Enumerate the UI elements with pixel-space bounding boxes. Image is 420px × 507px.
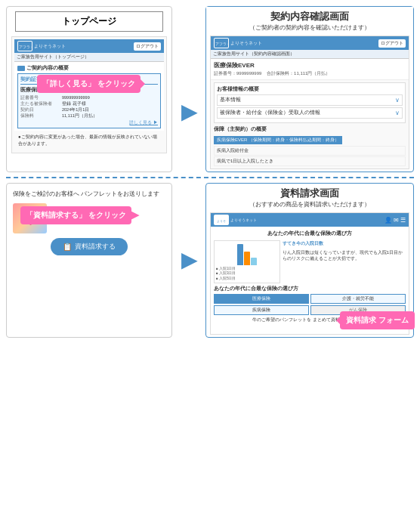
coverage-item-1: 疾病入院給付金 [214,146,406,156]
product-grid-label: あなたの年代に合最な保険の選び方 [214,286,406,292]
contract-info-box: 医療保険EVER 証券番号：9999999999 合計保険料：11,111円（月… [211,59,409,80]
top-left-screen: アフラック よりそうネット ログアウト ご家族告用サイト（トップページ） ご契約… [11,36,167,153]
chevron-insured: ∨ [395,110,400,116]
balloon-detail: 「詳しく見る」 をクリック [37,75,141,93]
bottom-right-title: 資料請求画面 （おすすめの商品を資料請求いただけます） [206,184,413,210]
logo-text-right: よりそうネット [230,40,262,47]
bar-2 [244,252,250,265]
chevron-basic: ∨ [395,97,400,104]
top-right-screen: アフラック よりそうネット ログアウト ご家族告用サイト（契約内容確認画面） 医… [210,36,409,169]
detail-link[interactable]: 詳しく見る ▶ [20,120,158,125]
bar-chart: ■ 入院1日目 ■ 入院3日目 ■ 入院5日目 [214,240,280,283]
request-btn-label: 資料請求する [75,242,116,252]
arrow-1: ▶ [178,51,199,172]
material-request-title: 資料請求画面 [212,187,407,200]
contract-row-1: 主たる被保険者 登録 花子様 [20,101,158,107]
arrow-2: ▶ [178,183,199,338]
header-icons: 👤 ✉ ☰ [384,217,406,224]
svg-text:アフラック: アフラック [19,45,32,49]
product-cell-0[interactable]: 医療保険 [214,294,309,304]
contract-row-3: 保険料 11,111円（月払） [20,113,158,119]
insurance-advice: りん入院日数は短くなっていますが、現代でも入院1日目からのリスクに備えることが大… [283,249,406,262]
top-left-panel: トップページ アフラック よりそうネット ログアウト ご家族告用サ [6,6,172,172]
customer-section-title: お客様情報の概要 [217,85,403,93]
bottom-right-panel: 資料請求画面 （おすすめの商品を資料請求いただけます） よりそう よりそうネット [205,183,414,338]
main-container: トップページ アフラック よりそうネット ログアウト ご家族告用サ [0,0,420,507]
screen-header-left: アフラック よりそうネット ログアウト [14,39,164,53]
aflac-logo-left: アフラック [17,41,32,51]
contract-summary: ご契約内容の概要 契約証書番号 医療保険EVER 証書番号 9999999999… [14,62,164,131]
top-left-title: トップページ [15,11,163,32]
customer-section: お客様情報の概要 基本情報 ∨ 被保険者・給付金（保険金）受取人の情報 ∨ [214,82,406,123]
insurance-screen-header: よりそう よりそうネット 👤 ✉ ☰ [211,213,409,227]
aflac-logo-right: アフラック [214,38,229,48]
svg-text:よりそう: よりそう [217,219,227,223]
chart-right: すてき今の入院日数 りん入院日数は短くなっていますが、現代でも入院1日目からのリ… [283,240,406,283]
contract-row-2: 契約日 2024年1月1日 [20,107,158,113]
chart-legend: ■ 入院1日目 ■ 入院3日目 ■ 入院5日目 [216,267,278,281]
product-cell-1[interactable]: 介護・就労不能 [310,294,406,304]
logo-text-bottom: よりそうネット [230,218,257,222]
contract-summary-title: ご契約内容の概要 [17,64,161,72]
insurance-question: あなたの年代に合最な保険の選び方 [214,230,406,237]
contract-confirm-title: 契約内容確認画面 [212,10,407,23]
request-btn[interactable]: 📋 資料請求する [51,238,128,255]
material-request-subtitle: （おすすめの商品を資料請求いただけます） [212,200,407,209]
coverage-title: 保障（主契約）の概要 [214,125,406,133]
balloon-request: 「資料請求する」 をクリック ▶ [20,206,131,224]
bottom-left-panel: 保険をご検討のお客様へ パンフレットをお送りします 💝 📋 資料請求する 「資料… [6,183,172,338]
insured-info-row[interactable]: 被保険者・給付金（保険金）受取人の情報 ∨ [217,107,403,119]
form-balloon: 資料請求 フォーム [340,311,415,329]
aflac-logo-bottom: よりそう [214,215,229,225]
logout-btn-left[interactable]: ログアウト [134,42,161,51]
basic-info-row[interactable]: 基本情報 ∨ [217,94,403,106]
bottom-section: 保険をご検討のお客様へ パンフレットをお送りします 💝 📋 資料請求する 「資料… [6,183,414,338]
logo-area-right: アフラック よりそうネット [214,38,262,48]
brochure-text: 保険をご検討のお客様へ パンフレットをお送りします [13,190,165,199]
visit-count: すてき今の入院日数 [283,240,406,247]
request-btn-icon: 📋 [63,243,72,251]
coverage-condition: 病気で1日以上入院したとき [214,156,406,166]
dashed-divider [6,177,414,178]
mail-icon [17,66,25,71]
logo-text-left: よりそうネット [34,43,66,50]
chart-bar-container [216,243,278,265]
chart-area: ■ 入院1日目 ■ 入院3日目 ■ 入院5日目 すてき今の入院日数 りん入院日数… [214,240,406,283]
contract-row-0: 証書番号 999999999999 [20,95,158,100]
top-section: トップページ アフラック よりそうネット ログアウト ご家族告用サ [6,6,414,172]
logo-area-bottom: よりそう よりそうネット [214,215,257,225]
coverage-block: 保障（主契約）の概要 疾病保険EVER （保険期間：終身・保険料払込期間：終身）… [214,125,406,166]
contract-num: 証券番号：9999999999 合計保険料：11,111円（月払） [214,70,406,77]
product-cell-2[interactable]: 疾病保険 [214,305,309,315]
coverage-tag: 疾病保険EVER （保険期間：終身・保険料払込期間：終身） [214,136,342,144]
contract-confirm-subtitle: （ご契約者の契約内容を確認いただけます） [212,23,407,32]
screen-nav-right: ご家族告用サイト（契約内容確認画面） [211,50,409,59]
contract-info-title: 医療保険EVER [214,61,406,70]
top-right-panel: 契約内容確認画面 （ご契約者の契約内容を確認いただけます） アフラック よりそう… [205,6,414,172]
bar-3 [251,258,257,265]
bar-1 [237,244,243,265]
screen-header-right: アフラック よりそうネット ログアウト [211,36,409,50]
svg-text:アフラック: アフラック [215,42,228,46]
logo-area-left: アフラック よりそうネット [17,41,66,51]
screen-nav-left: ご家族告用サイト（トップページ） [14,53,164,62]
top-right-title: 契約内容確認画面 （ご契約者の契約内容を確認いただけます） [206,7,413,33]
logout-btn-right[interactable]: ログアウト [378,39,406,48]
notice-text: ●ご契約内容に変更があった場合、最新の情報が反映されていない場合があります。 [14,131,164,150]
